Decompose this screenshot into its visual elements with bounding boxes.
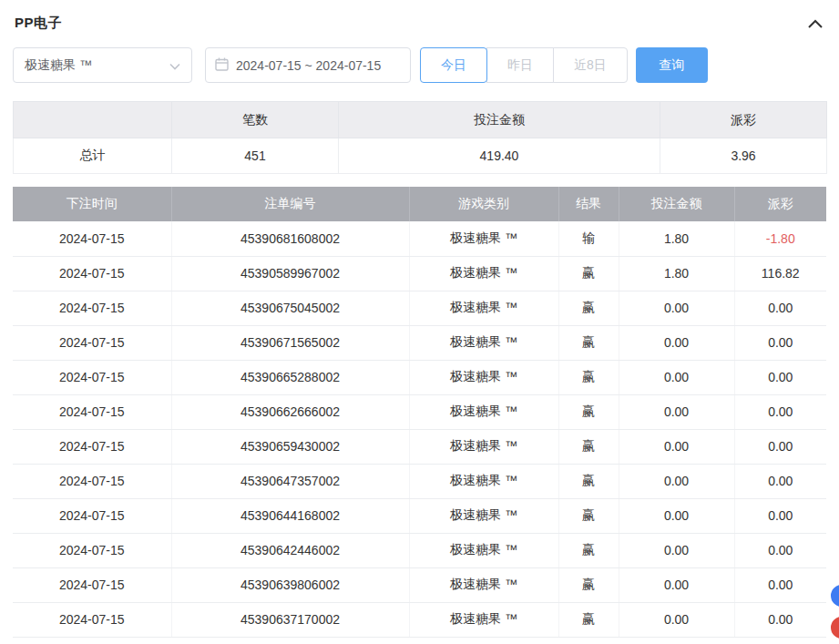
game-type-cell: 极速糖果 ™ (409, 256, 558, 291)
payout-cell: 0.00 (734, 429, 826, 464)
total-bet-amount-cell: 419.40 (339, 138, 660, 174)
bet-amount-cell: 0.00 (619, 602, 734, 637)
chevron-down-icon (169, 58, 180, 73)
quick-filter-yesterday[interactable]: 昨日 (486, 47, 554, 83)
result-cell: 赢 (558, 256, 619, 291)
payout-cell: 0.00 (734, 325, 826, 360)
payout-cell: 0.00 (734, 602, 826, 637)
payout-cell: 116.82 (734, 256, 826, 291)
game-type-cell: 极速糖果 ™ (409, 464, 558, 498)
result-cell: 赢 (558, 429, 619, 464)
bet-amount-cell: 0.00 (619, 498, 734, 533)
bet-id-cell: 45390637170002 (171, 602, 409, 637)
bet-time-cell: 2024-07-15 (13, 602, 171, 637)
detail-header-row: 下注时间 注单编号 游戏类别 结果 投注金额 派彩 (13, 187, 826, 221)
quick-filter-last8days[interactable]: 近8日 (553, 47, 628, 83)
summary-header-payout: 派彩 (660, 102, 827, 138)
header-bet-time: 下注时间 (13, 187, 171, 221)
bet-time-cell: 2024-07-15 (13, 394, 171, 429)
summary-header-row: 笔数 投注金额 派彩 (14, 102, 827, 138)
bet-time-cell: 2024-07-15 (13, 429, 171, 464)
bet-id-cell: 45390639806002 (171, 567, 409, 602)
bet-id-cell: 45390659430002 (171, 429, 409, 464)
payout-cell: 0.00 (734, 464, 826, 498)
table-row: 2024-07-1545390675045002极速糖果 ™赢0.000.00 (13, 291, 826, 325)
quick-filter-today[interactable]: 今日 (420, 47, 487, 83)
bet-time-cell: 2024-07-15 (13, 256, 171, 291)
summary-total-row: 总计 451 419.40 3.96 (14, 138, 827, 174)
summary-header-count: 笔数 (172, 102, 339, 138)
date-range-picker[interactable]: 2024-07-15 ~ 2024-07-15 (205, 47, 411, 83)
search-button[interactable]: 查询 (636, 47, 708, 83)
game-type-cell: 极速糖果 ™ (409, 325, 558, 360)
pp-electronic-panel: PP电子 极速糖果 ™ 2024-07-15 ~ 2024-07-15 今日 昨… (0, 0, 839, 638)
payout-cell: 0.00 (734, 533, 826, 567)
header-game-type: 游戏类别 (409, 187, 558, 221)
payout-cell: 0.00 (734, 394, 826, 429)
result-cell: 赢 (558, 602, 619, 637)
game-type-cell: 极速糖果 ™ (409, 221, 558, 256)
date-range-value: 2024-07-15 ~ 2024-07-15 (236, 58, 381, 73)
chevron-up-icon (808, 17, 823, 31)
detail-table: 下注时间 注单编号 游戏类别 结果 投注金额 派彩 2024-07-154539… (13, 187, 826, 638)
game-type-cell: 极速糖果 ™ (409, 291, 558, 325)
result-cell: 赢 (558, 498, 619, 533)
bet-time-cell: 2024-07-15 (13, 291, 171, 325)
result-cell: 赢 (558, 325, 619, 360)
bet-amount-cell: 0.00 (619, 429, 734, 464)
summary-header-empty (14, 102, 172, 138)
bet-time-cell: 2024-07-15 (13, 325, 171, 360)
payout-cell: 0.00 (734, 567, 826, 602)
calendar-icon (215, 57, 229, 74)
collapse-button[interactable] (806, 17, 824, 30)
bet-amount-cell: 0.00 (619, 464, 734, 498)
bet-time-cell: 2024-07-15 (13, 221, 171, 256)
table-row: 2024-07-1545390644168002极速糖果 ™赢0.000.00 (13, 498, 826, 533)
game-type-cell: 极速糖果 ™ (409, 360, 558, 394)
table-row: 2024-07-1545390671565002极速糖果 ™赢0.000.00 (13, 325, 826, 360)
bet-time-cell: 2024-07-15 (13, 498, 171, 533)
total-count-cell: 451 (172, 138, 339, 174)
game-type-cell: 极速糖果 ™ (409, 394, 558, 429)
bet-id-cell: 45390642446002 (171, 533, 409, 567)
bet-id-cell: 45390675045002 (171, 291, 409, 325)
game-select-value: 极速糖果 ™ (25, 57, 92, 74)
bet-time-cell: 2024-07-15 (13, 464, 171, 498)
table-row: 2024-07-1545390665288002极速糖果 ™赢0.000.00 (13, 360, 826, 394)
summary-table: 笔数 投注金额 派彩 总计 451 419.40 3.96 (13, 101, 827, 174)
result-cell: 赢 (558, 291, 619, 325)
bet-id-cell: 45390662666002 (171, 394, 409, 429)
header-bet-id: 注单编号 (171, 187, 409, 221)
result-cell: 赢 (558, 533, 619, 567)
filter-bar: 极速糖果 ™ 2024-07-15 ~ 2024-07-15 今日 昨日 近8日… (13, 47, 826, 83)
payout-cell: -1.80 (734, 221, 826, 256)
bet-amount-cell: 0.00 (619, 360, 734, 394)
bet-amount-cell: 0.00 (619, 291, 734, 325)
bet-amount-cell: 1.80 (619, 256, 734, 291)
payout-cell: 0.00 (734, 291, 826, 325)
result-cell: 赢 (558, 360, 619, 394)
result-cell: 赢 (558, 567, 619, 602)
bet-id-cell: 45390647357002 (171, 464, 409, 498)
total-label-cell: 总计 (14, 138, 172, 174)
bet-id-cell: 45390665288002 (171, 360, 409, 394)
table-row: 2024-07-1545390637170002极速糖果 ™赢0.000.00 (13, 602, 826, 637)
result-cell: 赢 (558, 394, 619, 429)
bet-id-cell: 45390671565002 (171, 325, 409, 360)
bet-amount-cell: 1.80 (619, 221, 734, 256)
bet-time-cell: 2024-07-15 (13, 533, 171, 567)
panel-header: PP电子 (13, 13, 826, 32)
game-select[interactable]: 极速糖果 ™ (13, 47, 192, 83)
bet-id-cell: 45390681608002 (171, 221, 409, 256)
result-cell: 输 (558, 221, 619, 256)
table-row: 2024-07-1545390589967002极速糖果 ™赢1.80116.8… (13, 256, 826, 291)
summary-header-bet-amount: 投注金额 (339, 102, 660, 138)
header-payout: 派彩 (734, 187, 826, 221)
bet-id-cell: 45390589967002 (171, 256, 409, 291)
header-bet-amount: 投注金额 (619, 187, 734, 221)
bet-amount-cell: 0.00 (619, 533, 734, 567)
bet-id-cell: 45390644168002 (171, 498, 409, 533)
game-type-cell: 极速糖果 ™ (409, 533, 558, 567)
detail-table-body: 2024-07-1545390681608002极速糖果 ™输1.80-1.80… (13, 221, 826, 637)
table-row: 2024-07-1545390639806002极速糖果 ™赢0.000.00 (13, 567, 826, 602)
